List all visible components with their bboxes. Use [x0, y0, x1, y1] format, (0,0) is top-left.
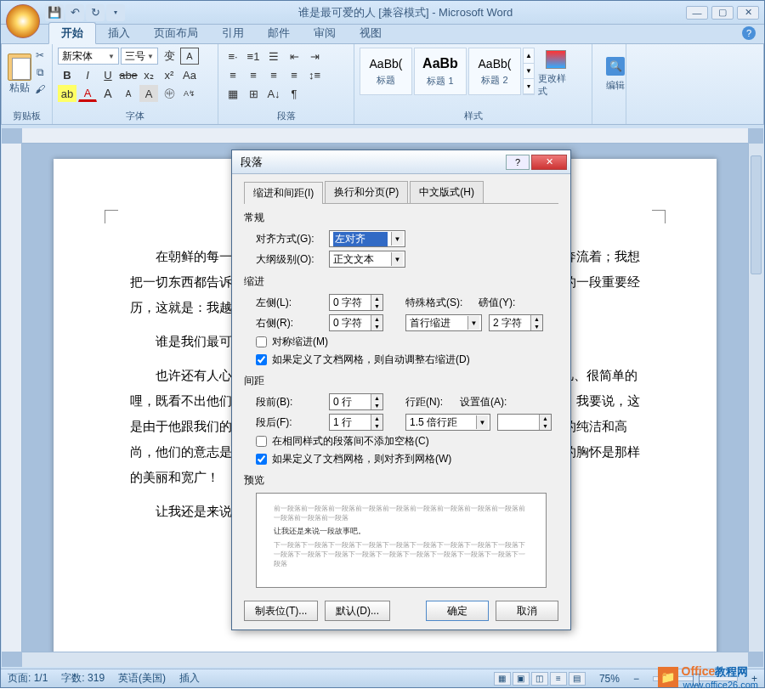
format-painter-icon[interactable]: 🖌: [32, 82, 48, 97]
undo-icon[interactable]: ↶: [65, 4, 84, 21]
show-marks-button[interactable]: ¶: [285, 85, 303, 102]
shrink-font-button[interactable]: A: [119, 85, 138, 102]
line-spacing-label: 行距(N):: [405, 395, 453, 409]
tab-references[interactable]: 引用: [210, 23, 256, 43]
char-shading-button[interactable]: A: [139, 85, 158, 102]
special-format-combo[interactable]: 首行缩进▼: [405, 314, 482, 331]
dialog-tab-asian[interactable]: 中文版式(H): [410, 181, 484, 203]
style-item-heading2[interactable]: AaBb( 标题 2: [468, 48, 521, 95]
cut-icon[interactable]: ✂: [32, 48, 48, 63]
help-icon[interactable]: ?: [742, 26, 756, 40]
borders-button[interactable]: ⊞: [244, 85, 263, 102]
office-button[interactable]: [6, 4, 40, 38]
dialog-help-button[interactable]: ?: [506, 155, 530, 170]
grow-font-button[interactable]: A: [99, 85, 117, 102]
indent-right-spinner[interactable]: ▲▼: [329, 314, 383, 331]
tab-view[interactable]: 视图: [348, 23, 394, 43]
vertical-scrollbar[interactable]: [748, 144, 763, 652]
vertical-ruler[interactable]: [2, 144, 22, 652]
align-center-button[interactable]: ≡: [244, 66, 263, 83]
justify-button[interactable]: ≡: [285, 66, 303, 83]
snap-to-grid-checkbox[interactable]: [256, 454, 267, 465]
draft-view-icon[interactable]: ▤: [569, 672, 586, 686]
ok-button[interactable]: 确定: [426, 601, 489, 621]
zoom-out-button[interactable]: −: [633, 673, 639, 685]
tab-insert[interactable]: 插入: [96, 23, 142, 43]
line-spacing-button[interactable]: ↕≡: [305, 66, 324, 83]
enclose-char-button[interactable]: ㊥: [160, 85, 178, 102]
qat-customize-icon[interactable]: ▾: [106, 4, 125, 21]
indent-left-spinner[interactable]: ▲▼: [329, 294, 383, 311]
dialog-tab-indent[interactable]: 缩进和间距(I): [244, 182, 323, 204]
line-spacing-combo[interactable]: 1.5 倍行距▼: [405, 414, 490, 431]
gallery-down-icon[interactable]: ▼: [524, 64, 534, 79]
tabs-button[interactable]: 制表位(T)...: [244, 601, 318, 621]
print-layout-view-icon[interactable]: ▦: [494, 672, 511, 686]
space-after-spinner[interactable]: ▲▼: [329, 414, 383, 431]
spacing-at-spinner[interactable]: ▲▼: [497, 414, 552, 431]
redo-icon[interactable]: ↻: [86, 4, 105, 21]
scrollbar-thumb[interactable]: [751, 155, 762, 274]
editing-button[interactable]: 🔍 编辑: [598, 48, 633, 100]
dialog-tab-line-breaks[interactable]: 换行和分页(P): [325, 181, 408, 203]
paste-button[interactable]: 粘贴: [7, 48, 32, 100]
dialog-close-button[interactable]: ✕: [531, 155, 567, 170]
multilevel-button[interactable]: ☰: [264, 48, 283, 65]
clear-format-button[interactable]: A↯: [180, 85, 199, 102]
phonetic-guide-icon[interactable]: 变: [160, 48, 178, 65]
align-left-button[interactable]: ≡: [224, 66, 242, 83]
tab-home[interactable]: 开始: [48, 22, 96, 44]
web-layout-view-icon[interactable]: ◫: [531, 672, 548, 686]
gallery-more-icon[interactable]: ▾: [524, 79, 534, 94]
highlight-button[interactable]: ab: [58, 85, 76, 102]
cancel-button[interactable]: 取消: [496, 601, 558, 621]
zoom-level[interactable]: 75%: [599, 673, 620, 685]
status-language[interactable]: 英语(美国): [118, 671, 166, 686]
change-styles-button[interactable]: 更改样式: [538, 48, 574, 100]
bold-button[interactable]: B: [58, 66, 76, 83]
save-icon[interactable]: 💾: [45, 4, 64, 21]
alignment-combo[interactable]: 左对齐▼: [329, 230, 405, 247]
status-words[interactable]: 字数: 319: [61, 671, 105, 686]
space-before-spinner[interactable]: ▲▼: [329, 393, 383, 410]
shading-button[interactable]: ▦: [224, 85, 242, 102]
change-case-button[interactable]: Aa: [180, 66, 199, 83]
sort-button[interactable]: A↓: [264, 85, 283, 102]
outline-view-icon[interactable]: ≡: [550, 672, 567, 686]
close-button[interactable]: ✕: [737, 6, 759, 20]
tab-mailings[interactable]: 邮件: [256, 23, 302, 43]
status-insert-mode[interactable]: 插入: [179, 671, 200, 686]
copy-icon[interactable]: ⧉: [32, 65, 48, 80]
indent-by-spinner[interactable]: ▲▼: [489, 314, 543, 331]
tab-review[interactable]: 审阅: [302, 23, 348, 43]
align-right-button[interactable]: ≡: [264, 66, 283, 83]
horizontal-scrollbar[interactable]: [22, 652, 748, 667]
no-space-same-style-checkbox[interactable]: [256, 436, 267, 447]
italic-button[interactable]: I: [78, 66, 97, 83]
mirror-indent-checkbox[interactable]: [256, 336, 267, 347]
superscript-button[interactable]: x²: [160, 66, 178, 83]
font-color-button[interactable]: A: [78, 85, 97, 102]
maximize-button[interactable]: ▢: [711, 6, 734, 20]
style-item-title[interactable]: AaBb( 标题: [360, 48, 412, 95]
fullscreen-reading-view-icon[interactable]: ▣: [513, 672, 530, 686]
minimize-button[interactable]: —: [686, 6, 708, 20]
decrease-indent-button[interactable]: ⇤: [285, 48, 303, 65]
strikethrough-button[interactable]: abe: [119, 66, 138, 83]
style-item-heading1[interactable]: AaBb 标题 1: [414, 48, 467, 95]
outline-level-combo[interactable]: 正文文本▼: [329, 251, 405, 268]
font-size-select[interactable]: 三号▼: [121, 48, 158, 65]
status-page[interactable]: 页面: 1/1: [8, 671, 48, 686]
auto-adjust-indent-checkbox[interactable]: [256, 354, 267, 365]
numbering-button[interactable]: ≡1: [244, 48, 263, 65]
default-button[interactable]: 默认(D)...: [325, 601, 390, 621]
underline-button[interactable]: U: [99, 66, 117, 83]
subscript-button[interactable]: x₂: [139, 66, 158, 83]
increase-indent-button[interactable]: ⇥: [305, 48, 324, 65]
bullets-button[interactable]: ≡·: [224, 48, 242, 65]
tab-layout[interactable]: 页面布局: [142, 23, 210, 43]
char-border-icon[interactable]: A: [180, 48, 199, 65]
font-name-select[interactable]: 新宋体▼: [58, 48, 119, 65]
horizontal-ruler[interactable]: [22, 128, 748, 144]
gallery-up-icon[interactable]: ▲: [524, 48, 534, 64]
